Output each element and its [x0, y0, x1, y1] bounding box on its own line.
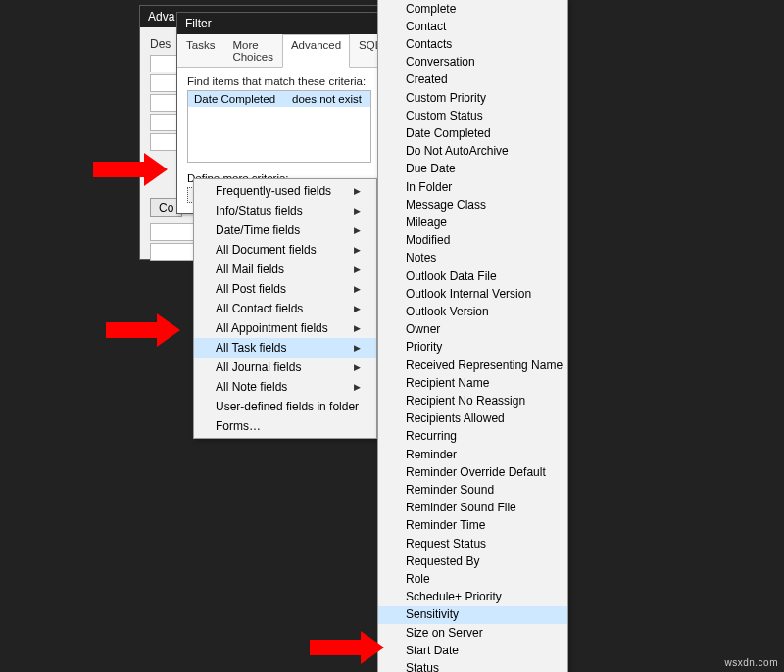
menu-item[interactable]: Complete [378, 0, 567, 18]
menu-item-label: All Mail fields [216, 263, 284, 276]
menu-item[interactable]: Forms… [194, 416, 376, 436]
menu-item[interactable]: Outlook Data File [378, 267, 567, 285]
menu-item[interactable]: Requested By [378, 552, 567, 570]
submenu-arrow-icon: ▶ [354, 284, 361, 294]
menu-item-label: User-defined fields in folder [216, 400, 359, 413]
submenu-arrow-icon: ▶ [354, 264, 361, 274]
menu-item[interactable]: Request Status [378, 535, 567, 552]
menu-item-label: Date/Time fields [216, 223, 300, 237]
menu-item[interactable]: Reminder Sound [378, 481, 567, 499]
submenu-arrow-icon: ▶ [354, 186, 361, 196]
criteria-list[interactable]: Date Completed does not exist [187, 90, 371, 163]
menu-item[interactable]: Reminder Time [378, 517, 567, 535]
menu-item[interactable]: Outlook Internal Version [378, 285, 567, 303]
menu-item-label: All Note fields [216, 380, 287, 394]
menu-item[interactable]: Priority [378, 339, 567, 357]
menu-item[interactable]: Due Date [378, 161, 567, 178]
menu-item[interactable]: Size on Server [378, 624, 567, 642]
menu-item[interactable]: All Appointment fields▶ [194, 318, 376, 338]
criteria-condition: does not exist [286, 91, 370, 107]
submenu-arrow-icon: ▶ [354, 382, 361, 392]
criteria-row[interactable]: Date Completed does not exist [188, 91, 370, 107]
menu-item[interactable]: Notes [378, 250, 567, 267]
menu-item[interactable]: Owner [378, 321, 567, 339]
submenu-arrow-icon: ▶ [354, 323, 361, 333]
watermark: wsxdn.com [724, 657, 778, 668]
menu-item[interactable]: Reminder [378, 446, 567, 463]
tab-more-choices[interactable]: More Choices [223, 34, 282, 68]
callout-arrow-2 [106, 313, 180, 347]
callout-arrow-3 [310, 631, 384, 664]
dialog-title: Filter [177, 13, 381, 34]
criteria-field: Date Completed [188, 91, 286, 107]
menu-item-label: All Contact fields [216, 302, 303, 315]
submenu-arrow-icon: ▶ [354, 206, 361, 216]
menu-item-label: Frequently-used fields [216, 184, 331, 198]
menu-item-label: Forms… [216, 419, 261, 433]
submenu-arrow-icon: ▶ [354, 225, 361, 235]
menu-item[interactable]: Mileage [378, 214, 567, 231]
menu-item-label: All Appointment fields [216, 321, 328, 335]
menu-item[interactable]: Reminder Override Default [378, 463, 567, 481]
tab-tasks[interactable]: Tasks [177, 34, 223, 68]
submenu-arrow-icon: ▶ [354, 343, 361, 353]
menu-item-label: All Document fields [216, 243, 317, 257]
menu-item[interactable]: All Task fields▶ [194, 338, 376, 358]
menu-item[interactable]: Reminder Sound File [378, 500, 567, 517]
menu-item-label: All Post fields [216, 282, 286, 296]
menu-item[interactable]: Contact [378, 18, 567, 35]
find-items-label: Find items that match these criteria: [187, 75, 371, 87]
menu-item[interactable]: Conversation [378, 54, 567, 72]
menu-item[interactable]: Status [378, 660, 567, 672]
menu-item[interactable]: Recurring [378, 428, 567, 446]
submenu-arrow-icon: ▶ [354, 304, 361, 313]
menu-item[interactable]: All Note fields▶ [194, 377, 376, 397]
menu-item[interactable]: Date Completed [378, 124, 567, 142]
menu-item[interactable]: Contacts [378, 35, 567, 53]
menu-item[interactable]: Role [378, 571, 567, 589]
menu-item[interactable]: Custom Priority [378, 89, 567, 107]
menu-item[interactable]: Recipients Allowed [378, 410, 567, 428]
menu-item[interactable]: Do Not AutoArchive [378, 143, 567, 161]
menu-item[interactable]: Recipient Name [378, 374, 567, 392]
field-category-menu: Frequently-used fields▶Info/Status field… [193, 178, 377, 439]
menu-item[interactable]: Frequently-used fields▶ [194, 181, 376, 201]
menu-item[interactable]: In Folder [378, 178, 567, 196]
menu-item[interactable]: User-defined fields in folder [194, 397, 376, 416]
tab-strip: Tasks More Choices Advanced SQL [177, 34, 381, 68]
callout-arrow-1 [93, 153, 168, 186]
menu-item[interactable]: Outlook Version [378, 303, 567, 320]
menu-item[interactable]: Start Date [378, 642, 567, 659]
menu-item[interactable]: All Journal fields▶ [194, 358, 376, 377]
menu-item[interactable]: All Contact fields▶ [194, 299, 376, 318]
menu-item[interactable]: Created [378, 72, 567, 89]
menu-item[interactable]: Custom Status [378, 107, 567, 124]
menu-item-label: Info/Status fields [216, 204, 303, 217]
menu-item[interactable]: Recipient No Reassign [378, 392, 567, 409]
submenu-arrow-icon: ▶ [354, 362, 361, 372]
task-fields-menu: CompleteContactContactsConversationCreat… [377, 0, 568, 672]
menu-item[interactable]: All Post fields▶ [194, 279, 376, 299]
menu-item[interactable]: Modified [378, 232, 567, 250]
menu-item[interactable]: Schedule+ Priority [378, 589, 567, 606]
menu-item[interactable]: All Document fields▶ [194, 240, 376, 260]
menu-item[interactable]: All Mail fields▶ [194, 260, 376, 279]
menu-item-label: All Task fields [216, 341, 286, 355]
menu-item[interactable]: Date/Time fields▶ [194, 220, 376, 240]
submenu-arrow-icon: ▶ [354, 245, 361, 255]
menu-item-label: All Journal fields [216, 360, 301, 374]
menu-item[interactable]: Message Class [378, 196, 567, 214]
menu-item[interactable]: Sensitivity [378, 606, 567, 624]
menu-item[interactable]: Info/Status fields▶ [194, 201, 376, 220]
menu-item[interactable]: Received Representing Name [378, 357, 567, 374]
tab-advanced[interactable]: Advanced [282, 34, 350, 68]
